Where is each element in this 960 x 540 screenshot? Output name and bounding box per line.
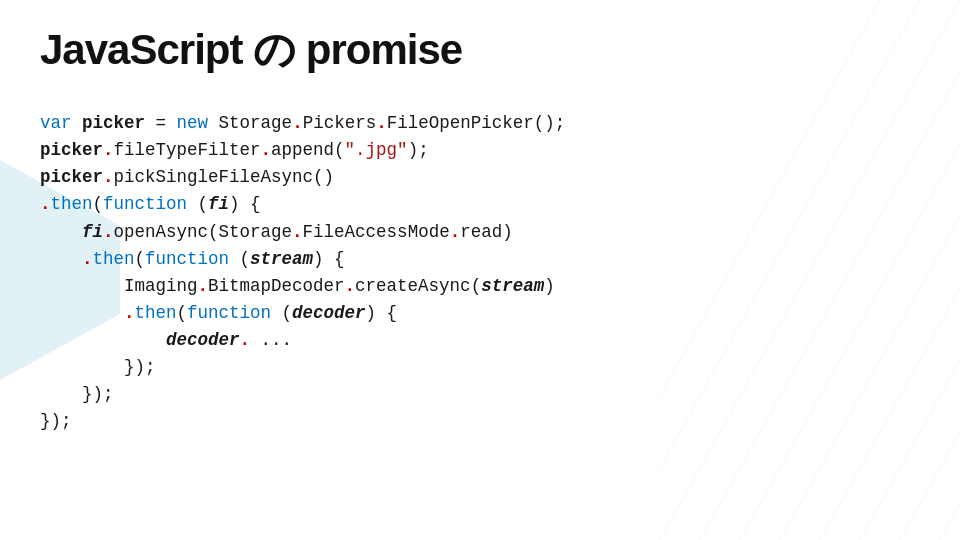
- kw-var-1: var: [40, 113, 72, 133]
- code-line-6: .then(function (stream) {: [40, 246, 565, 273]
- code-line-5: fi.openAsync(Storage.FileAccessMode.read…: [40, 219, 565, 246]
- code-line-4: .then(function (fi) {: [40, 191, 565, 218]
- svg-line-8: [660, 0, 920, 540]
- code-line-1: var picker = new Storage.Pickers.FileOpe…: [40, 110, 565, 137]
- title-promise: promise: [306, 26, 462, 73]
- code-line-11: });: [40, 381, 565, 408]
- code-line-10: });: [40, 354, 565, 381]
- svg-line-7: [940, 0, 960, 540]
- decorative-lines: [660, 0, 960, 540]
- title-javascript: JavaScript: [40, 26, 242, 73]
- svg-line-1: [700, 0, 960, 540]
- code-line-12: });: [40, 408, 565, 435]
- code-block: var picker = new Storage.Pickers.FileOpe…: [40, 110, 565, 436]
- code-line-2: picker.fileTypeFilter.append(".jpg");: [40, 137, 565, 164]
- page-title: JavaScript の promise: [40, 22, 462, 78]
- code-line-9: decoder. ...: [40, 327, 565, 354]
- title-of: の: [253, 27, 295, 73]
- svg-line-0: [660, 0, 960, 540]
- code-line-7: Imaging.BitmapDecoder.createAsync(stream…: [40, 273, 565, 300]
- code-line-3: picker.pickSingleFileAsync(): [40, 164, 565, 191]
- code-line-8: .then(function (decoder) {: [40, 300, 565, 327]
- svg-line-3: [780, 0, 960, 540]
